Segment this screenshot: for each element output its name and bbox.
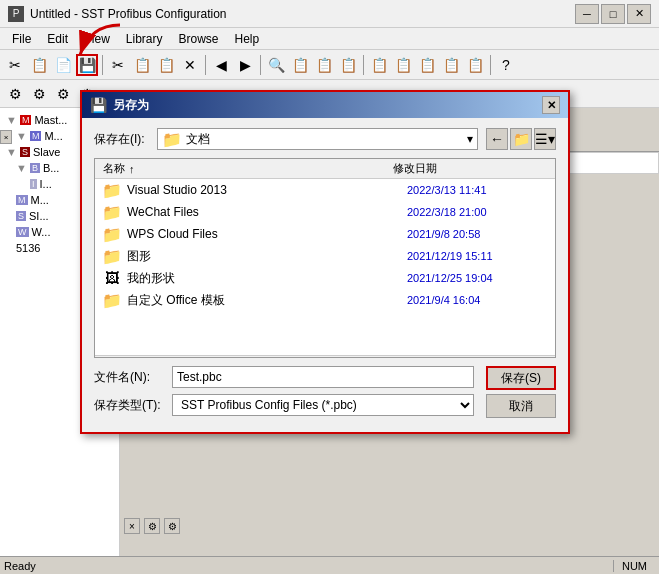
filetype-row: 保存类型(T): SST Profibus Config Files (*.pb… (94, 394, 474, 416)
file-name-0: Visual Studio 2013 (127, 183, 407, 197)
toolbar2-btn-3[interactable]: ⚙ (52, 83, 74, 105)
file-item-0[interactable]: 📁 Visual Studio 2013 2022/3/13 11:41 (95, 179, 555, 201)
file-date-1: 2022/3/18 21:00 (407, 206, 547, 218)
toolbar-btn-15[interactable]: 📋 (368, 54, 390, 76)
dropdown-arrow-icon: ▾ (467, 132, 473, 146)
folder-icon: 📁 (162, 130, 182, 149)
folder-icon-5: 📁 (103, 291, 121, 309)
file-date-0: 2022/3/13 11:41 (407, 184, 547, 196)
toolbar-btn-9[interactable]: ◀ (210, 54, 232, 76)
toolbar-separator-2 (205, 55, 206, 75)
save-button[interactable]: 保存(S) (486, 366, 556, 390)
file-date-2: 2021/9/8 20:58 (407, 228, 547, 240)
file-name-4: 我的形状 (127, 270, 407, 287)
bottom-btn-tool2[interactable]: ⚙ (164, 518, 180, 534)
cancel-button[interactable]: 取消 (486, 394, 556, 418)
toolbar-separator-5 (490, 55, 491, 75)
dialog-close-button[interactable]: ✕ (542, 96, 560, 114)
toolbar-btn-10[interactable]: ▶ (234, 54, 256, 76)
panel-collapse-btn[interactable]: × (0, 130, 12, 144)
toolbar-btn-8[interactable]: ✕ (179, 54, 201, 76)
dialog-title-text: 另存为 (113, 97, 542, 114)
scrollbar-space (533, 161, 547, 176)
save-location-row: 保存在(I): 📁 文档 ▾ ← 📁 ☰▾ (94, 128, 556, 150)
filetype-select[interactable]: SST Profibus Config Files (*.pbc) (172, 394, 474, 416)
toolbar-btn-11[interactable]: 🔍 (265, 54, 287, 76)
folder-icon-4: 🖼 (103, 269, 121, 287)
toolbar-copy[interactable]: 📋 (28, 54, 50, 76)
view-menu-button[interactable]: ☰▾ (534, 128, 556, 150)
toolbar-btn-13[interactable]: 📋 (313, 54, 335, 76)
toolbar-separator-3 (260, 55, 261, 75)
file-list-body[interactable]: 📁 Visual Studio 2013 2022/3/13 11:41 📁 W… (95, 179, 555, 355)
toolbar2-btn-1[interactable]: ⚙ (4, 83, 26, 105)
toolbar-btn-7[interactable]: 📋 (155, 54, 177, 76)
file-name-2: WPS Cloud Files (127, 227, 407, 241)
horizontal-scrollbar[interactable] (95, 355, 555, 358)
toolbar-btn-19[interactable]: 📋 (464, 54, 486, 76)
minimize-button[interactable]: ─ (575, 4, 599, 24)
save-location-label: 保存在(I): (94, 131, 149, 148)
toolbar-btn-14[interactable]: 📋 (337, 54, 359, 76)
status-ready: Ready (4, 560, 613, 572)
file-date-5: 2021/9/4 16:04 (407, 294, 547, 306)
nav-back-button[interactable]: ← (486, 128, 508, 150)
folder-icon-3: 📁 (103, 247, 121, 265)
toolbar-btn-17[interactable]: 📋 (416, 54, 438, 76)
title-bar-text: Untitled - SST Profibus Configuration (30, 7, 575, 21)
close-button[interactable]: ✕ (627, 4, 651, 24)
menu-browse[interactable]: Browse (171, 30, 227, 48)
save-location-dropdown[interactable]: 📁 文档 ▾ (157, 128, 478, 150)
file-item-5[interactable]: 📁 自定义 Office 模板 2021/9/4 16:04 (95, 289, 555, 311)
save-location-value: 文档 (186, 131, 210, 148)
save-location-tools: ← 📁 ☰▾ (486, 128, 556, 150)
bottom-toolbar: × ⚙ ⚙ (120, 514, 184, 538)
status-bar: Ready NUM (0, 556, 659, 574)
file-name-3: 图形 (127, 248, 407, 265)
dialog-buttons: 保存(S) 取消 (486, 366, 556, 422)
dialog-title-bar: 💾 另存为 ✕ (82, 92, 568, 118)
file-date-3: 2021/12/19 15:11 (407, 250, 547, 262)
file-item-3[interactable]: 📁 图形 2021/12/19 15:11 (95, 245, 555, 267)
dialog-body: 保存在(I): 📁 文档 ▾ ← 📁 ☰▾ 名称 ↑ 修改日期 (82, 118, 568, 432)
main-toolbar: ✂ 📋 📄 💾 ✂ 📋 📋 ✕ ◀ ▶ 🔍 📋 📋 📋 📋 📋 📋 📋 📋 ? (0, 50, 659, 80)
file-name-1: WeChat Files (127, 205, 407, 219)
save-dialog: 💾 另存为 ✕ 保存在(I): 📁 文档 ▾ ← 📁 ☰▾ 名称 (80, 90, 570, 434)
menu-file[interactable]: File (4, 30, 39, 48)
toolbar-btn-18[interactable]: 📋 (440, 54, 462, 76)
maximize-button[interactable]: □ (601, 4, 625, 24)
filename-input[interactable] (172, 366, 474, 388)
form-fields: 文件名(N): 保存类型(T): SST Profibus Config Fil… (94, 366, 474, 422)
app-icon: P (8, 6, 24, 22)
toolbar-separator-4 (363, 55, 364, 75)
title-bar-buttons: ─ □ ✕ (575, 4, 651, 24)
toolbar-btn-12[interactable]: 📋 (289, 54, 311, 76)
filetype-label: 保存类型(T): (94, 397, 164, 414)
col-name-header[interactable]: 名称 ↑ (103, 161, 393, 176)
filename-label: 文件名(N): (94, 369, 164, 386)
toolbar-cut[interactable]: ✂ (4, 54, 26, 76)
folder-icon-1: 📁 (103, 203, 121, 221)
status-num: NUM (613, 560, 655, 572)
new-folder-button[interactable]: 📁 (510, 128, 532, 150)
folder-icon-2: 📁 (103, 225, 121, 243)
toolbar-help[interactable]: ? (495, 54, 517, 76)
file-name-5: 自定义 Office 模板 (127, 292, 407, 309)
folder-icon-0: 📁 (103, 181, 121, 199)
filename-row: 文件名(N): (94, 366, 474, 388)
toolbar-btn-16[interactable]: 📋 (392, 54, 414, 76)
file-item-4[interactable]: 🖼 我的形状 2021/12/25 19:04 (95, 267, 555, 289)
col-date-header[interactable]: 修改日期 (393, 161, 533, 176)
file-list-area: 名称 ↑ 修改日期 📁 Visual Studio 2013 2022/3/13… (94, 158, 556, 358)
red-arrow-annotation (60, 20, 140, 70)
file-list-header: 名称 ↑ 修改日期 (95, 159, 555, 179)
bottom-btn-tool1[interactable]: ⚙ (144, 518, 160, 534)
file-date-4: 2021/12/25 19:04 (407, 272, 547, 284)
bottom-btn-x[interactable]: × (124, 518, 140, 534)
bottom-form: 文件名(N): 保存类型(T): SST Profibus Config Fil… (94, 366, 556, 422)
dialog-title-icon: 💾 (90, 97, 107, 113)
file-item-2[interactable]: 📁 WPS Cloud Files 2021/9/8 20:58 (95, 223, 555, 245)
menu-help[interactable]: Help (227, 30, 268, 48)
file-item-1[interactable]: 📁 WeChat Files 2022/3/18 21:00 (95, 201, 555, 223)
toolbar2-btn-2[interactable]: ⚙ (28, 83, 50, 105)
